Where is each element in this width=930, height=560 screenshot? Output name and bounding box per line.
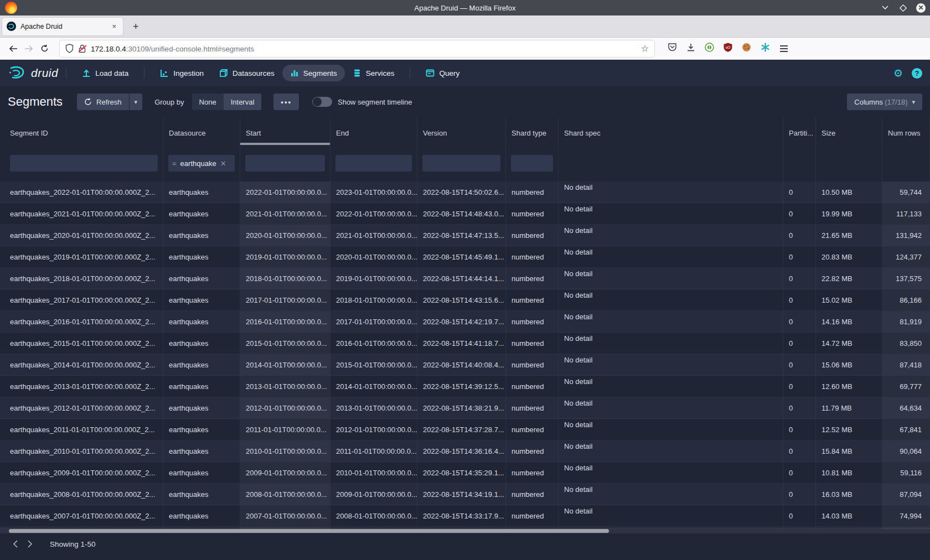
cell-start: 2014-01-01T00:00:00.0... bbox=[240, 354, 330, 375]
column-header-shard_type[interactable]: Shard type bbox=[506, 117, 559, 145]
column-header-shard_spec[interactable]: Shard spec bbox=[559, 117, 783, 145]
group-by-interval-button[interactable]: Interval bbox=[224, 94, 262, 110]
column-header-end[interactable]: End bbox=[330, 117, 417, 145]
horizontal-scrollbar[interactable] bbox=[0, 528, 930, 533]
cell-partition: 0 bbox=[783, 333, 816, 354]
column-header-start[interactable]: Start bbox=[240, 117, 330, 145]
ublock-origin-icon[interactable]: uO bbox=[724, 43, 732, 54]
cube-icon bbox=[219, 69, 228, 77]
help-icon[interactable]: ? bbox=[912, 68, 922, 79]
filter-input-segment_id[interactable] bbox=[10, 155, 158, 172]
cell-num_rows: 90,064 bbox=[882, 440, 930, 462]
cell-start: 2008-01-01T00:00:00.0... bbox=[240, 484, 330, 505]
druid-logo[interactable]: druid bbox=[8, 66, 58, 80]
column-header-datasource[interactable]: Datasource bbox=[163, 117, 240, 145]
nav-item-query[interactable]: Query bbox=[418, 65, 467, 81]
table-row[interactable]: earthquakes_2008-01-01T00:00:00.000Z_2..… bbox=[0, 484, 930, 505]
nav-item-load-data[interactable]: Load data bbox=[74, 65, 136, 81]
filter-input-version[interactable] bbox=[422, 155, 500, 172]
table-row[interactable]: earthquakes_2014-01-01T00:00:00.000Z_2..… bbox=[0, 354, 930, 376]
close-window-icon[interactable]: ✕ bbox=[916, 3, 926, 13]
cell-datasource: earthquakes bbox=[163, 440, 240, 462]
cell-end: 2023-01-01T00:00:00.0... bbox=[330, 182, 417, 203]
back-icon[interactable] bbox=[6, 45, 21, 53]
tracking-shield-icon[interactable] bbox=[65, 44, 74, 53]
table-row[interactable]: earthquakes_2011-01-01T00:00:00.000Z_2..… bbox=[0, 419, 930, 440]
scrollbar-thumb[interactable] bbox=[9, 529, 609, 533]
url-text: 172.18.0.4:30109/unified-console.html#se… bbox=[91, 44, 254, 54]
reload-icon[interactable] bbox=[37, 44, 52, 53]
column-header-num_rows[interactable]: Num rows bbox=[882, 117, 930, 145]
filter-input-end[interactable] bbox=[335, 155, 412, 172]
filter-input-shard_type[interactable] bbox=[511, 155, 553, 172]
table-row[interactable]: earthquakes_2007-01-01T00:00:00.000Z_2..… bbox=[0, 505, 930, 527]
table-row[interactable]: earthquakes_2016-01-01T00:00:00.000Z_2..… bbox=[0, 311, 930, 333]
previous-page-icon[interactable] bbox=[8, 540, 23, 548]
nav-item-services[interactable]: Services bbox=[345, 65, 402, 81]
table-row[interactable]: earthquakes_2017-01-01T00:00:00.000Z_2..… bbox=[0, 289, 930, 311]
cell-shard_spec: No detail bbox=[559, 419, 783, 440]
cell-datasource: earthquakes bbox=[163, 203, 240, 224]
nav-item-segments[interactable]: Segments bbox=[282, 65, 345, 81]
table-row[interactable]: earthquakes_2022-01-01T00:00:00.000Z_2..… bbox=[0, 182, 930, 203]
group-by-label: Group by bbox=[154, 98, 184, 106]
nav-item-ingestion[interactable]: Ingestion bbox=[152, 65, 211, 81]
cell-partition: 0 bbox=[783, 268, 816, 289]
forward-icon[interactable] bbox=[21, 45, 37, 53]
refresh-button[interactable]: Refresh bbox=[77, 94, 129, 110]
bookmark-star-icon[interactable]: ☆ bbox=[641, 43, 649, 54]
maximize-icon[interactable] bbox=[898, 3, 907, 12]
pocket-icon[interactable] bbox=[668, 43, 677, 54]
columns-button[interactable]: Columns (17/18) ▾ bbox=[847, 94, 922, 110]
insecure-lock-icon[interactable] bbox=[79, 44, 86, 53]
group-by-segmented: NoneInterval bbox=[192, 94, 262, 110]
close-tab-icon[interactable]: × bbox=[110, 22, 118, 30]
more-options-button[interactable]: ••• bbox=[273, 94, 299, 110]
cell-segment_id: earthquakes_2007-01-01T00:00:00.000Z_2..… bbox=[0, 505, 163, 526]
cell-size: 20.83 MB bbox=[816, 246, 882, 267]
cell-size: 19.99 MB bbox=[816, 203, 882, 224]
cell-start: 2015-01-01T00:00:00.0... bbox=[240, 333, 330, 354]
menu-icon[interactable] bbox=[780, 45, 788, 52]
column-header-partition[interactable]: Partiti... bbox=[783, 117, 816, 145]
cookie-extension-icon[interactable] bbox=[742, 43, 751, 54]
refresh-dropdown-button[interactable]: ▾ bbox=[130, 94, 143, 110]
cell-partition: 0 bbox=[783, 484, 816, 505]
remove-filter-icon[interactable]: ✕ bbox=[220, 159, 226, 168]
minimize-icon[interactable] bbox=[881, 3, 890, 12]
table-row[interactable]: earthquakes_2018-01-01T00:00:00.000Z_2..… bbox=[0, 268, 930, 289]
filter-input-datasource[interactable]: =earthquake✕ bbox=[168, 155, 235, 172]
cell-datasource: earthquakes bbox=[163, 397, 240, 418]
filter-input-start[interactable] bbox=[245, 155, 325, 172]
browser-tab[interactable]: Apache Druid × bbox=[2, 18, 123, 35]
table-row[interactable]: earthquakes_2010-01-01T00:00:00.000Z_2..… bbox=[0, 440, 930, 462]
window-titlebar: Apache Druid — Mozilla Firefox ✕ bbox=[0, 0, 930, 15]
table-row[interactable]: earthquakes_2019-01-01T00:00:00.000Z_2..… bbox=[0, 246, 930, 268]
filter-cell-partition bbox=[783, 145, 816, 182]
next-page-icon[interactable] bbox=[23, 540, 38, 548]
segment-timeline-toggle[interactable] bbox=[312, 97, 332, 107]
table-row[interactable]: earthquakes_2021-01-01T00:00:00.000Z_2..… bbox=[0, 203, 930, 225]
nav-item-datasources[interactable]: Datasources bbox=[211, 65, 282, 81]
new-tab-button[interactable]: + bbox=[130, 20, 142, 33]
cell-segment_id: earthquakes_2019-01-01T00:00:00.000Z_2..… bbox=[0, 246, 163, 267]
url-bar[interactable]: 172.18.0.4:30109/unified-console.html#se… bbox=[60, 40, 654, 57]
cell-num_rows: 59,744 bbox=[882, 182, 930, 203]
column-header-segment_id[interactable]: Segment ID bbox=[0, 117, 163, 145]
table-row[interactable]: earthquakes_2020-01-01T00:00:00.000Z_2..… bbox=[0, 225, 930, 246]
gear-icon[interactable]: ⚙ bbox=[893, 67, 903, 80]
column-header-size[interactable]: Size bbox=[816, 117, 882, 145]
cell-shard_spec: No detail bbox=[559, 376, 783, 397]
table-row[interactable]: earthquakes_2013-01-01T00:00:00.000Z_2..… bbox=[0, 376, 930, 397]
multicolor-extension-icon[interactable] bbox=[761, 43, 770, 54]
cell-num_rows: 124,377 bbox=[882, 246, 930, 267]
cell-shard_type: numbered bbox=[506, 333, 559, 354]
green-extension-icon[interactable] bbox=[705, 43, 714, 54]
table-row[interactable]: earthquakes_2009-01-01T00:00:00.000Z_2..… bbox=[0, 462, 930, 484]
table-row[interactable]: earthquakes_2015-01-01T00:00:00.000Z_2..… bbox=[0, 333, 930, 354]
group-by-none-button[interactable]: None bbox=[192, 94, 224, 110]
table-row[interactable]: earthquakes_2012-01-01T00:00:00.000Z_2..… bbox=[0, 397, 930, 419]
cell-num_rows: 131,942 bbox=[882, 225, 930, 246]
download-icon[interactable] bbox=[686, 43, 695, 54]
column-header-version[interactable]: Version bbox=[417, 117, 506, 145]
